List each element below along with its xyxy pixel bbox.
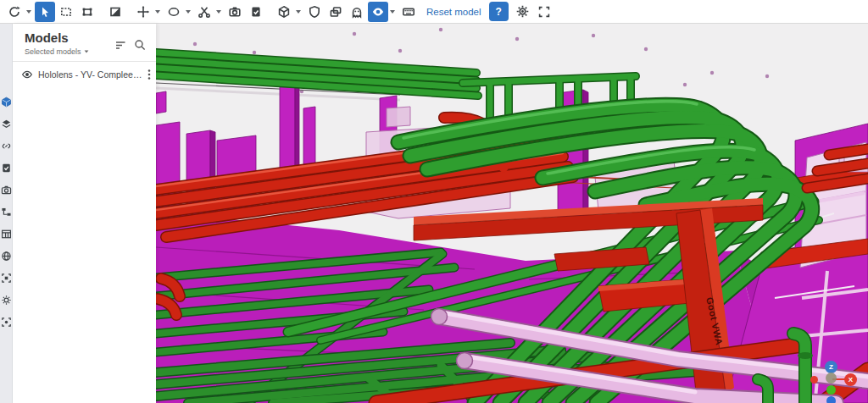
move-axes-icon — [136, 5, 150, 19]
link-icon — [1, 141, 12, 152]
models-panel: Models Selected models — [13, 24, 156, 403]
clipboard-check-icon — [1, 163, 12, 174]
ghost-icon — [350, 5, 364, 19]
sidebar-item-snapshots[interactable] — [1, 185, 12, 196]
sidebar-item-focus[interactable] — [1, 273, 12, 284]
invert-selection-button[interactable] — [105, 2, 125, 22]
gizmo-z-axis[interactable]: Z — [825, 361, 837, 373]
markup-button[interactable] — [246, 2, 266, 22]
polygon-select-button[interactable] — [77, 2, 97, 22]
kebab-menu-icon[interactable] — [147, 69, 151, 80]
orbit-icon — [8, 5, 21, 19]
fullscreen-button[interactable] — [534, 2, 554, 22]
shield-icon — [308, 5, 321, 19]
gear-icon — [1, 295, 12, 306]
visibility-button[interactable] — [368, 2, 388, 22]
chevron-down-icon[interactable] — [26, 10, 31, 14]
sidebar-item-tables[interactable] — [1, 229, 12, 240]
sidebar-item-web[interactable] — [1, 251, 12, 262]
sidebar-item-focus-alt[interactable] — [1, 317, 12, 328]
camera-icon — [228, 5, 242, 19]
view-cube-button[interactable] — [274, 2, 294, 22]
sidebar-item-layers[interactable] — [1, 119, 12, 130]
gizmo-x-axis[interactable]: X — [844, 373, 857, 386]
selected-models-dropdown[interactable]: Selected models — [25, 47, 92, 56]
help-button[interactable]: ? — [489, 2, 509, 21]
top-toolbar: Reset model ? — [0, 0, 868, 24]
models-cube-icon — [1, 97, 12, 108]
cursor-icon — [38, 5, 52, 19]
keyboard-icon — [402, 5, 415, 19]
settings-button[interactable] — [513, 2, 533, 22]
reset-model-button[interactable]: Reset model — [420, 7, 488, 17]
sidebar-item-tree[interactable] — [1, 207, 12, 218]
marquee-icon — [59, 5, 73, 19]
layers-panels-button[interactable] — [326, 2, 346, 22]
models-panel-header: Models Selected models — [13, 24, 156, 62]
scene-3d[interactable]: Goot VWA — [156, 24, 868, 403]
sort-icon[interactable] — [115, 40, 126, 51]
move-button[interactable] — [133, 2, 153, 22]
app-window: Reset model ? — [0, 0, 868, 403]
chevron-down-icon[interactable] — [390, 10, 395, 14]
left-icon-strip — [0, 24, 13, 403]
sidebar-item-models[interactable] — [1, 97, 12, 108]
chevron-down-icon[interactable] — [186, 10, 191, 14]
gizmo-center-ball[interactable] — [826, 373, 837, 384]
chevron-down-icon[interactable] — [216, 10, 221, 14]
lasso-button[interactable] — [164, 2, 184, 22]
fullscreen-icon — [537, 5, 551, 19]
sidebar-item-links[interactable] — [1, 141, 12, 152]
gizmo-y-axis[interactable] — [826, 385, 836, 395]
page-title: Models — [25, 30, 92, 45]
snapshot-button[interactable] — [225, 2, 245, 22]
chevron-down-icon[interactable] — [155, 10, 160, 14]
lasso-icon — [167, 5, 181, 19]
focus-selection-icon — [1, 273, 12, 284]
model-list-item[interactable]: Hololens - YV- Compleet.dwg — [13, 62, 156, 87]
eye-icon — [371, 5, 385, 19]
focus-target-icon — [1, 317, 12, 328]
globe-icon — [1, 251, 12, 262]
invert-selection-icon — [108, 5, 122, 19]
cut-button[interactable] — [194, 2, 214, 22]
visibility-eye-icon[interactable] — [21, 69, 33, 80]
keyboard-shortcuts-button[interactable] — [398, 2, 419, 22]
cube-icon — [277, 5, 291, 19]
tree-structure-icon — [1, 207, 12, 218]
main-area: Models Selected models — [0, 24, 868, 403]
chevron-down-icon[interactable] — [296, 10, 301, 14]
ghost-button[interactable] — [347, 2, 367, 22]
marquee-select-button[interactable] — [56, 2, 76, 22]
table-icon — [1, 229, 12, 240]
orientation-gizmo[interactable]: Z X — [807, 354, 861, 403]
gizmo-minus-x-dot[interactable] — [810, 376, 818, 384]
camera-icon — [1, 185, 12, 196]
search-icon[interactable] — [134, 39, 146, 51]
scissors-icon — [198, 5, 211, 19]
sidebar-item-settings[interactable] — [1, 295, 12, 306]
protection-button[interactable] — [304, 2, 325, 22]
polygon-select-icon — [81, 5, 94, 19]
select-button[interactable] — [35, 2, 55, 22]
layered-panels-icon — [329, 5, 342, 19]
chevron-down-icon — [84, 50, 88, 52]
selected-models-label: Selected models — [25, 47, 81, 56]
viewport-3d[interactable]: Goot VWA — [156, 24, 868, 403]
model-name: Hololens - YV- Compleet.dwg — [38, 69, 142, 80]
orbit-button[interactable] — [4, 2, 25, 22]
layers-icon — [1, 119, 12, 130]
markup-check-icon — [249, 5, 263, 19]
gear-icon — [515, 4, 530, 19]
sidebar-item-tasks[interactable] — [1, 163, 12, 174]
gizmo-minus-z-axis[interactable] — [826, 396, 836, 403]
